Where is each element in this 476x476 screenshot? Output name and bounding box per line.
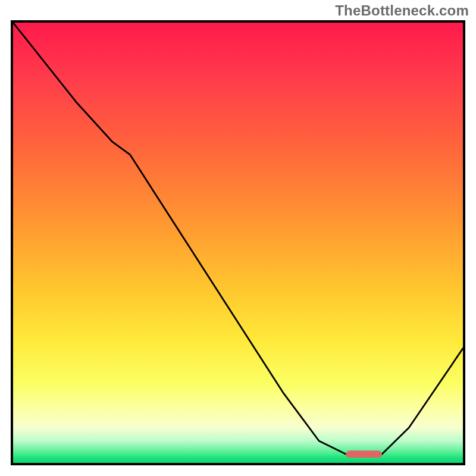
chart-svg xyxy=(13,23,463,463)
watermark-text: TheBottleneck.com xyxy=(335,2,469,19)
chart-frame xyxy=(11,20,465,465)
bottleneck-curve xyxy=(13,23,463,454)
optimal-range-marker xyxy=(346,450,382,458)
page-container: TheBottleneck.com xyxy=(0,0,476,476)
